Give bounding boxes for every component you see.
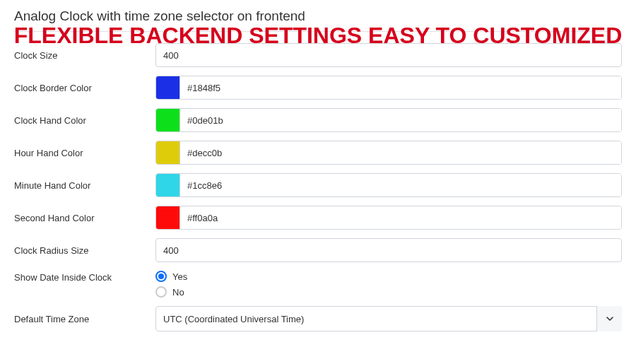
clock-radius-input[interactable] <box>155 238 622 262</box>
label-minute-hand-color: Minute Hand Color <box>14 180 155 191</box>
row-clock-size: Clock Size <box>14 43 622 67</box>
row-minute-hand-color: Minute Hand Color <box>14 173 622 197</box>
label-hour-hand-color: Hour Hand Color <box>14 148 155 158</box>
radio-no-circle <box>155 286 167 298</box>
radio-yes[interactable]: Yes <box>155 271 622 282</box>
hand-color-swatch[interactable] <box>156 109 180 131</box>
label-show-date: Show Date Inside Clock <box>14 271 155 283</box>
radio-yes-label: Yes <box>172 271 187 282</box>
hour-hand-color-input[interactable] <box>180 141 621 164</box>
clock-size-input[interactable] <box>155 43 622 67</box>
label-second-hand-color: Second Hand Color <box>14 213 155 223</box>
label-hand-color: Clock Hand Color <box>14 115 155 126</box>
label-clock-radius: Clock Radius Size <box>14 245 155 256</box>
row-border-color: Clock Border Color <box>14 76 622 100</box>
row-clock-radius: Clock Radius Size <box>14 238 622 262</box>
minute-hand-color-swatch[interactable] <box>156 174 180 196</box>
second-hand-color-input[interactable] <box>180 206 621 229</box>
label-default-tz: Default Time Zone <box>14 314 155 324</box>
minute-hand-color-input[interactable] <box>180 174 621 196</box>
hour-hand-color-swatch[interactable] <box>156 141 180 164</box>
show-date-radio-group: Yes No <box>155 271 622 298</box>
row-second-hand-color: Second Hand Color <box>14 206 622 230</box>
row-hour-hand-color: Hour Hand Color <box>14 141 622 165</box>
radio-yes-circle <box>155 271 167 282</box>
divider <box>14 31 622 32</box>
hand-color-input[interactable] <box>180 109 621 131</box>
border-color-swatch[interactable] <box>156 76 180 99</box>
row-show-date: Show Date Inside Clock Yes No <box>14 271 622 298</box>
label-border-color: Clock Border Color <box>14 83 155 93</box>
second-hand-color-swatch[interactable] <box>156 206 180 229</box>
radio-no-label: No <box>172 287 184 298</box>
default-tz-value: UTC (Coordinated Universal Time) <box>163 314 304 324</box>
row-hand-color: Clock Hand Color <box>14 108 622 132</box>
page-title: Analog Clock with time zone selector on … <box>14 8 622 24</box>
border-color-input[interactable] <box>180 76 621 99</box>
radio-no[interactable]: No <box>155 286 622 298</box>
label-clock-size: Clock Size <box>14 50 155 61</box>
default-tz-select[interactable]: UTC (Coordinated Universal Time) <box>155 306 622 331</box>
row-default-tz: Default Time Zone UTC (Coordinated Unive… <box>14 306 622 331</box>
